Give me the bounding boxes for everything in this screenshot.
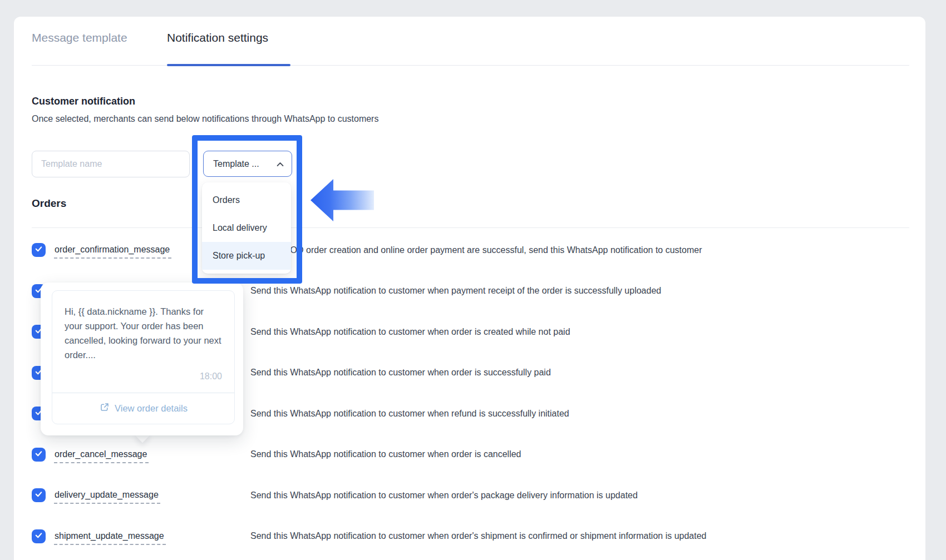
message-preview-text: Hi, {{ data.nickname }}. Thanks for your… xyxy=(52,291,234,362)
notification-row: delivery_update_message Send this WhatsA… xyxy=(0,475,946,516)
row-description: Send this WhatsApp notification to custo… xyxy=(250,490,638,500)
checkmark-icon xyxy=(35,490,43,500)
row-description: Send this WhatsApp notification to custo… xyxy=(250,286,661,296)
dropdown-option[interactable]: Store pick-up xyxy=(202,242,291,270)
notification-checkbox[interactable] xyxy=(32,488,46,502)
external-link-icon xyxy=(99,402,110,415)
notification-checkbox[interactable] xyxy=(32,529,46,543)
row-label[interactable]: shipment_update_message xyxy=(54,531,166,545)
notification-settings-page: Message template Notification settings C… xyxy=(0,0,946,560)
notification-checkbox[interactable] xyxy=(32,243,46,257)
row-description: Send this WhatsApp notification to custo… xyxy=(250,368,551,378)
message-preview-popover: Hi, {{ data.nickname }}. Thanks for your… xyxy=(41,283,243,435)
section-title: Customer notification xyxy=(32,96,135,107)
chevron-up-icon xyxy=(277,159,284,169)
view-order-details-link[interactable]: View order details xyxy=(52,393,234,424)
group-divider xyxy=(32,227,909,228)
checkmark-icon xyxy=(35,245,43,255)
group-title-orders: Orders xyxy=(32,197,66,210)
row-description: Send this WhatsApp notification to custo… xyxy=(250,327,570,337)
template-type-value: Template ... xyxy=(213,159,272,169)
row-label[interactable]: delivery_update_message xyxy=(54,490,160,504)
row-description: Send this WhatsApp notification to custo… xyxy=(250,409,569,419)
dropdown-option[interactable]: Orders xyxy=(202,186,291,214)
tab-message-template[interactable]: Message template xyxy=(32,31,127,44)
tabs-divider xyxy=(32,65,909,66)
active-tab-underline xyxy=(167,64,290,66)
message-preview-card: Hi, {{ data.nickname }}. Thanks for your… xyxy=(52,290,235,424)
row-description: Send this WhatsApp notification to custo… xyxy=(250,449,521,459)
section-subtitle: Once selected, merchants can send below … xyxy=(32,114,378,124)
row-description: COD order creation and online order paym… xyxy=(284,245,702,255)
notification-checkbox[interactable] xyxy=(32,448,46,462)
row-label[interactable]: order_confirmation_message xyxy=(54,245,171,259)
row-description: Send this WhatsApp notification to custo… xyxy=(250,531,706,541)
notification-row: shipment_update_message Send this WhatsA… xyxy=(0,516,946,557)
template-type-select[interactable]: Template ... xyxy=(203,151,292,177)
template-type-dropdown: OrdersLocal deliveryStore pick-up xyxy=(202,182,291,274)
dropdown-option[interactable]: Local delivery xyxy=(202,214,291,242)
template-name-input[interactable] xyxy=(32,151,190,177)
view-order-details-label: View order details xyxy=(115,403,188,414)
message-preview-time: 18:00 xyxy=(52,362,234,393)
checkmark-icon xyxy=(35,449,43,460)
notification-row: order_confirmation_message COD order cre… xyxy=(0,230,946,271)
tab-notification-settings[interactable]: Notification settings xyxy=(167,31,268,44)
row-label[interactable]: order_cancel_message xyxy=(54,449,149,463)
checkmark-icon xyxy=(35,531,43,542)
